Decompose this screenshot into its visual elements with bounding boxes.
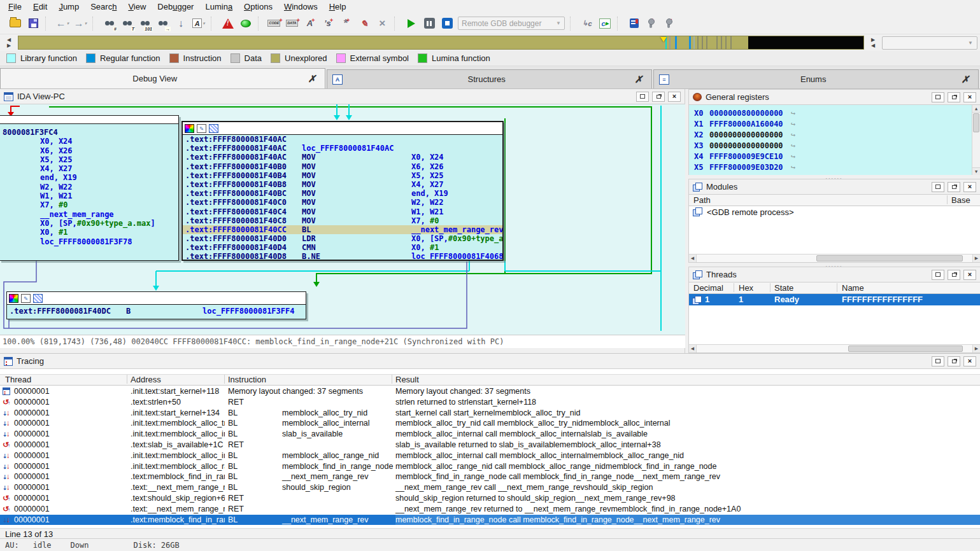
register-row-x1[interactable]: X1FFFF80000A160040↪ [689,118,980,129]
registers-header[interactable]: General registers × [689,90,980,105]
pause-process-icon[interactable] [421,15,437,32]
tracing-column-header[interactable]: Thread Address Instruction Result [0,374,980,386]
stop-process-icon[interactable] [439,15,455,32]
thread-row[interactable]: 1 1 Ready FFFFFFFFFFFFFFFF [689,294,980,305]
follow-arrow-icon[interactable]: ↪ [791,163,795,172]
problems-list-icon[interactable]: ! [220,15,236,32]
search-binary-icon[interactable]: 101 [137,15,153,32]
follow-arrow-icon[interactable]: ↪ [791,120,795,129]
rename-icon[interactable]: A+ [302,15,319,32]
horizontal-scrollbar[interactable]: ◀ ▶ [689,344,980,352]
scrollbar-thumb[interactable] [816,255,963,262]
scroll-right-icon[interactable]: ▶ [972,345,980,352]
scroll-down-icon[interactable]: ▼ [972,167,980,175]
navigate-back-icon[interactable]: ←▾ [54,15,71,32]
menu-options[interactable]: Options [238,1,278,12]
maximize-window-icon[interactable] [652,92,665,102]
trace-row[interactable]: ↺00000001.text:should_skip_region+64RETs… [0,493,980,504]
trace-row[interactable]: ↓00000001.text:__next_mem_range_rev+94BL… [0,482,980,493]
edit-function-icon[interactable]: ✎ [356,15,373,32]
navigate-forward-icon[interactable]: →▾ [72,15,89,32]
menu-windows[interactable]: Windows [278,1,323,12]
threads-column-header[interactable]: Decimal Hex State Name [689,282,980,294]
navband-collapse-left-icon[interactable]: ◀ [4,37,14,43]
delete-function-icon[interactable]: × [374,15,390,32]
menu-help[interactable]: Help [323,1,352,12]
search-immediate-icon[interactable]: # [101,15,118,32]
debugger-select[interactable]: Remote GDB debugger▼ [458,17,565,30]
close-window-icon[interactable]: × [668,92,681,102]
trace-row[interactable]: ↓00000001.text:memblock_find_in_range_no… [0,471,980,482]
add-watch-icon[interactable]: + [644,15,660,32]
make-code-icon[interactable]: CODE+ [267,15,283,32]
navband-zoom-select[interactable]: ▼ [882,36,977,50]
modules-column-header[interactable]: Path Base [689,195,980,206]
trace-row[interactable]: ↓00000001.init.text:start_kernel+134BLme… [0,408,980,419]
trace-row[interactable]: ↓00000001.init.text:memblock_alloc_range… [0,461,980,472]
float-window-icon[interactable] [636,92,649,102]
trace-row[interactable]: ↓00000001.init.text:memblock_alloc_inter… [0,450,980,461]
graph-node-bottom[interactable]: ✎ .text:FFFF8000081F40DCBloc_FFFF8000081… [6,291,306,319]
vertical-scrollbar[interactable]: ▲ ▼ [972,105,980,175]
node-group-icon[interactable] [33,294,43,303]
column-base[interactable]: Base [951,195,970,205]
ida-view-header[interactable]: IDA View-PC × [0,89,685,104]
close-window-icon[interactable]: × [963,270,976,280]
node-edit-icon[interactable]: ✎ [21,294,31,303]
string-style-icon[interactable]: A▾ [190,15,207,32]
trace-run-until-call-icon[interactable]: c▸ [597,15,613,32]
make-array-icon[interactable]: *+ [338,15,355,32]
module-row[interactable]: <GDB remote process> [689,206,980,218]
debugger-windows-icon[interactable] [626,15,643,32]
continue-process-icon[interactable] [403,15,420,32]
column-instruction[interactable]: Instruction [228,375,266,384]
maximize-window-icon[interactable] [948,92,960,102]
maximize-window-icon[interactable] [948,356,960,366]
menu-file[interactable]: File [3,1,27,12]
column-thread[interactable]: Thread [5,375,31,384]
float-window-icon[interactable] [932,270,944,280]
column-name[interactable]: Name [842,283,864,293]
trace-into-icon[interactable]: ↳c [579,15,595,32]
maximize-window-icon[interactable] [948,270,960,280]
close-window-icon[interactable]: × [963,182,976,192]
column-path[interactable]: Path [693,195,711,205]
close-window-icon[interactable]: × [963,92,976,102]
follow-arrow-icon[interactable]: ↪ [791,109,795,118]
trace-row[interactable]: ↺00000001.text:strlen+50RETstrlen return… [0,397,980,408]
menu-debugger[interactable]: Debugger [152,1,199,12]
register-row-x3[interactable]: X30000000000000000↪ [689,140,980,151]
scroll-up-icon[interactable]: ▲ [972,105,980,113]
follow-arrow-icon[interactable]: ↪ [791,130,795,139]
close-window-icon[interactable]: × [963,356,976,366]
jump-to-address-icon[interactable]: ↓ [173,15,189,32]
modules-header[interactable]: Modules × [689,179,980,195]
node-edit-icon[interactable]: ✎ [197,124,206,133]
trace-row[interactable]: ↺00000001.text:slab_is_available+1CRETsl… [0,440,980,450]
trace-row[interactable]: ↓00000001.text:memblock_find_in_range_no… [0,515,980,526]
tab-structures[interactable]: A Structures ✗ [327,69,652,88]
column-result[interactable]: Result [395,375,419,384]
tracing-header[interactable]: Tracing × [0,354,980,369]
tab-debug-view[interactable]: Debug View ✗ [0,68,325,88]
make-string-icon[interactable]: ’s+ [320,15,337,32]
graph-node-current[interactable]: ✎ .text:FFFF8000081F40AC.text:FFFF800008… [181,121,504,261]
scroll-left-icon[interactable]: ◀ [689,345,697,352]
navband-scroll-left-icon[interactable]: ◀ [868,43,878,48]
navigation-band[interactable] [18,36,864,50]
close-icon[interactable]: ✗ [957,74,973,85]
float-window-icon[interactable] [932,356,944,366]
menu-edit[interactable]: Edit [27,1,53,12]
float-window-icon[interactable] [932,182,944,192]
search-text-icon[interactable]: T [119,15,136,32]
make-data-icon[interactable]: DATA+ [285,15,301,32]
follow-arrow-icon[interactable]: ↪ [791,141,795,150]
close-icon[interactable]: ✗ [630,74,646,85]
trace-row[interactable]: ↓00000001.init.text:memblock_alloc_try_n… [0,418,980,429]
threads-header[interactable]: Threads × [689,267,980,282]
save-database-icon[interactable] [25,15,41,32]
graph-node-left[interactable]: 8000081F3FC4X0, X24X6, X26X5, X25X4, X27… [0,115,179,261]
menu-jump[interactable]: Jump [53,1,85,12]
scrollbar-thumb[interactable] [848,345,963,352]
menu-lumina[interactable]: Lumina [199,1,238,12]
